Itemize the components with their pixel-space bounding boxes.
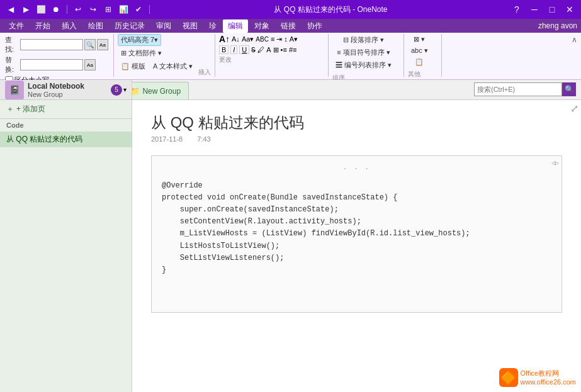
- add-page-button[interactable]: ＋ + 添加页: [0, 100, 132, 119]
- code-line-1: protected void onCreate(Bundle savedInst…: [162, 192, 551, 204]
- search-tab-input[interactable]: [474, 82, 562, 96]
- search-tab-btn[interactable]: 🔍: [562, 82, 576, 96]
- code-line-3: setContentView(R.layout.activity_hosts);: [162, 216, 551, 228]
- code-block-header: · · ·: [162, 164, 551, 175]
- doc-parts-btn[interactable]: ⊞ 文档部件 ▾: [118, 47, 165, 59]
- notebook-group: New Group: [28, 91, 108, 98]
- other-btn2[interactable]: abc ▾: [408, 45, 431, 56]
- menu-edit[interactable]: 编辑: [223, 20, 248, 33]
- record-icon[interactable]: ⏺: [50, 4, 62, 15]
- sep2: [149, 5, 150, 14]
- notebook-header: 📓 Local Notebook New Group 5 ▾: [0, 80, 132, 99]
- help-button[interactable]: ?: [510, 3, 523, 16]
- expand-content-btn[interactable]: ⤢: [570, 103, 578, 115]
- minimize-button[interactable]: ─: [528, 3, 541, 16]
- code-line-8: SetListViewListeners();: [162, 252, 551, 264]
- underline-btn[interactable]: U: [239, 45, 249, 54]
- title-bar-title: 从 QQ 粘贴过来的代码 - OneNote: [151, 4, 510, 15]
- spacing-btn[interactable]: ↕: [284, 35, 288, 43]
- back-icon[interactable]: ◀: [5, 4, 16, 15]
- template-btn[interactable]: 📋 模版: [118, 60, 149, 72]
- menu-draw[interactable]: 绘图: [83, 20, 108, 33]
- font-larger-btn[interactable]: A↑: [219, 34, 230, 44]
- notebook-badge: 5: [111, 84, 122, 96]
- collapse-ribbon-btn[interactable]: ∧: [572, 35, 577, 44]
- code-block: · · · ◁▷ @Override protected void onCrea…: [151, 155, 562, 313]
- page-body: · · · ◁▷ @Override protected void onCrea…: [132, 149, 581, 392]
- undo-icon[interactable]: ↩: [72, 4, 84, 15]
- menu-view[interactable]: 视图: [178, 20, 203, 33]
- insert-section-label: 插入: [198, 68, 211, 77]
- sort-section: ⊟ 段落排序 ▾ ≡ 项目符号排序 ▾ ☰ 编号列表排序 ▾ 排序: [329, 34, 404, 77]
- insert-section: 代码高亮 7▾ ⊞ 文档部件 ▾ 📋 模版 A 文本样式 ▾ 插入: [114, 34, 215, 77]
- bold-btn[interactable]: B: [219, 45, 228, 54]
- other-btn3[interactable]: 📋: [408, 57, 431, 67]
- para-sort-btn[interactable]: ⊟ 段落排序 ▾: [332, 34, 395, 46]
- find-search-btn[interactable]: 🔍: [84, 39, 96, 50]
- code-line-2: super.onCreate(savedInstanceState);: [162, 204, 551, 216]
- check-icon[interactable]: ✔: [133, 4, 144, 15]
- title-bar-controls: ? ─ □ ✕: [510, 3, 576, 16]
- align-btn[interactable]: ≡: [271, 35, 274, 43]
- find-input[interactable]: [20, 39, 83, 50]
- indent-btn[interactable]: ⇥: [276, 35, 282, 43]
- font-smaller-btn[interactable]: A↓: [232, 35, 240, 43]
- replace-format-btn[interactable]: Aa: [84, 59, 96, 70]
- highlight-btn[interactable]: 🖊: [257, 46, 264, 53]
- strikethrough-btn[interactable]: S̶: [251, 46, 256, 54]
- other-btn1[interactable]: ⊠ ▾: [408, 34, 431, 45]
- notebook-dropdown-icon[interactable]: ▾: [123, 86, 127, 93]
- font-size-btn[interactable]: Aa▾: [242, 35, 254, 43]
- page-date-value: 2017-11-8: [151, 135, 183, 143]
- menu-history[interactable]: 历史记录: [110, 20, 150, 33]
- tab-new-group-label: New Group: [142, 87, 181, 96]
- window-icon[interactable]: ⬜: [35, 4, 47, 15]
- forward-icon[interactable]: ▶: [20, 4, 31, 15]
- close-button[interactable]: ✕: [563, 3, 576, 16]
- num-sort-btn[interactable]: ☰ 编号列表排序 ▾: [332, 59, 395, 71]
- page-header: 从 QQ 粘贴过来的代码 2017-11-8 7:43: [132, 100, 581, 149]
- menu-insert[interactable]: 插入: [57, 20, 82, 33]
- sidebar: ＋ + 添加页 Code 从 QQ 粘贴过来的代码: [0, 100, 132, 392]
- page-item-0[interactable]: 从 QQ 粘贴过来的代码: [0, 132, 132, 147]
- menu-link[interactable]: 链接: [276, 20, 301, 33]
- menu-home[interactable]: 开始: [30, 20, 55, 33]
- find-format-btn[interactable]: Aa: [97, 39, 108, 50]
- page-time-value: 7:43: [197, 135, 210, 143]
- redo-icon[interactable]: ↪: [87, 4, 99, 15]
- italic-btn[interactable]: I: [230, 45, 237, 54]
- content-area: ⤢ 从 QQ 粘贴过来的代码 2017-11-8 7:43 · · · ◁▷ @…: [132, 100, 581, 392]
- maximize-button[interactable]: □: [546, 3, 558, 16]
- replace-label: 替换:: [5, 55, 19, 74]
- bullet-btn[interactable]: •≡: [281, 46, 287, 53]
- font-color-btn[interactable]: A: [266, 46, 271, 53]
- menu-review[interactable]: 审阅: [151, 20, 176, 33]
- watermark-logo: 🔶: [499, 368, 518, 387]
- watermark-text: Office教程网 www.office26.com: [521, 369, 576, 387]
- main-area: ＋ + 添加页 Code 从 QQ 粘贴过来的代码 ⤢ 从 QQ 粘贴过来的代码…: [0, 100, 581, 392]
- menu-object[interactable]: 对象: [249, 20, 274, 33]
- menu-file[interactable]: 文件: [4, 20, 29, 33]
- add-icon: ＋: [6, 104, 14, 115]
- other-section-label: 其他: [408, 70, 420, 79]
- menu-collab[interactable]: 协作: [302, 20, 327, 33]
- chart-icon[interactable]: 📊: [118, 4, 129, 15]
- find-replace-panel: 查找: 🔍 Aa 替换: Aa 区分大小写 查找替换: [3, 34, 114, 77]
- notebook-name: Local Notebook: [28, 82, 108, 91]
- number-btn[interactable]: #≡: [289, 46, 297, 53]
- search-box: 🔍: [474, 82, 576, 96]
- color-btn[interactable]: A▾: [290, 35, 298, 43]
- text-style-btn[interactable]: A 文本样式 ▾: [150, 60, 196, 72]
- menu-rare[interactable]: 珍: [204, 20, 222, 33]
- code-line-7: ListHostsToListView();: [162, 240, 551, 252]
- item-sort-btn[interactable]: ≡ 项目符号排序 ▾: [332, 47, 395, 59]
- abc-btn[interactable]: ABC: [256, 36, 269, 43]
- table-btn[interactable]: ⊞: [273, 46, 279, 54]
- other-section: ⊠ ▾ abc ▾ 📋 其他: [404, 34, 442, 77]
- code-block-side: ◁▷: [551, 159, 559, 169]
- watermark: 🔶 Office教程网 www.office26.com: [499, 368, 576, 387]
- format-section-label: 更改: [219, 55, 232, 64]
- replace-input[interactable]: [20, 59, 83, 70]
- grid-icon[interactable]: ⊞: [103, 4, 114, 15]
- code-highlight-btn[interactable]: 代码高亮 7▾: [118, 34, 161, 46]
